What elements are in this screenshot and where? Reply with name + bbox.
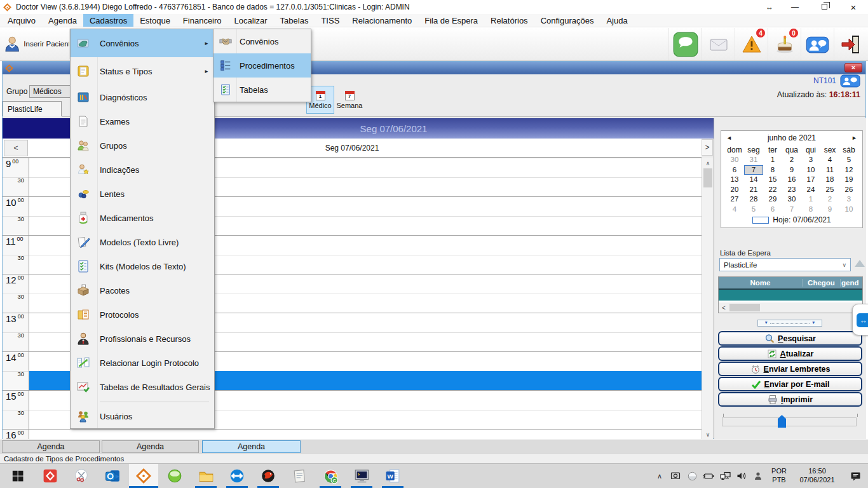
menu-item-tabelas-resultados[interactable]: Tabelas de Resultados Gerais <box>71 375 214 399</box>
calendar-day[interactable]: 14 <box>744 175 763 185</box>
taskbar-app-notepad[interactable] <box>285 464 314 488</box>
alerts-button[interactable]: 4 <box>735 28 768 60</box>
agenda-slot[interactable] <box>29 429 702 440</box>
calendar-day[interactable]: 16 <box>782 175 801 185</box>
calendar-day[interactable]: 6 <box>763 205 782 215</box>
menu-item-status-e-tipos[interactable]: Status e Tipos ► <box>71 57 214 85</box>
volume-icon[interactable] <box>733 464 750 488</box>
calendar-day[interactable]: 8 <box>801 205 820 215</box>
calendar-day[interactable]: 4 <box>820 155 839 165</box>
send-email-button[interactable]: Enviar por E-mail <box>718 377 862 391</box>
calendar-day[interactable]: 13 <box>725 175 744 185</box>
calendar-day[interactable]: 12 <box>839 165 858 175</box>
calendar-day[interactable]: 3 <box>801 155 820 165</box>
menubar-item-cadastros[interactable]: Cadastros <box>83 14 133 27</box>
calendar-day[interactable]: 25 <box>820 185 839 195</box>
menu-item-grupos[interactable]: Grupos <box>71 133 214 158</box>
taskbar-app-console[interactable] <box>347 464 376 488</box>
zoom-slider[interactable] <box>722 417 857 426</box>
calendar-day[interactable]: 7 <box>744 165 763 175</box>
calendar-day[interactable]: 26 <box>839 185 858 195</box>
calendar-day[interactable]: 4 <box>725 205 744 215</box>
calendar-day[interactable]: 10 <box>801 165 820 175</box>
menubar-item-fila-de-espera[interactable]: Fila de Espera <box>418 14 484 27</box>
close-button[interactable]: × <box>839 2 868 13</box>
menu-item-lentes[interactable]: Lentes <box>71 182 214 206</box>
menubar-item-agenda[interactable]: Agenda <box>42 14 83 27</box>
wireless-display-icon[interactable] <box>667 464 684 488</box>
calendar-day[interactable]: 17 <box>801 175 820 185</box>
column-agend[interactable]: gend <box>841 279 862 287</box>
taskbar-app-chrome[interactable]: C <box>316 464 345 488</box>
tray-orb-icon[interactable] <box>684 464 700 488</box>
menu-item-convenios[interactable]: Convênios ► <box>71 29 214 57</box>
menu-item-relacionar-login[interactable]: Relacionar Login Protocolo <box>71 351 214 375</box>
calendar-day[interactable]: 19 <box>839 175 858 185</box>
calendar-day[interactable]: 24 <box>801 185 820 195</box>
calendar-day[interactable]: 5 <box>744 205 763 215</box>
teamviewer-flyout[interactable]: ↔ <box>852 304 868 336</box>
insert-patient-button[interactable]: Inserir Pacient <box>1 29 70 59</box>
calendar-day[interactable]: 9 <box>820 205 839 215</box>
menubar-item-estoque[interactable]: Estoque <box>133 14 177 27</box>
calendar-day[interactable]: 1 <box>801 194 820 205</box>
agenda-vscrollbar[interactable]: ∧ ∨ <box>702 158 713 440</box>
action-center-button[interactable] <box>843 464 868 488</box>
prev-day-button[interactable]: < <box>4 140 28 156</box>
calendar-day[interactable]: 15 <box>763 175 782 185</box>
taskbar-app-doctorview[interactable] <box>129 464 158 488</box>
tray-expand-icon[interactable]: ∧ <box>652 472 667 480</box>
battery-icon[interactable] <box>700 464 717 488</box>
send-reminders-button[interactable]: Enviar Lembretes <box>718 362 862 376</box>
exit-button[interactable] <box>834 28 867 60</box>
calendar-day[interactable]: 20 <box>725 185 744 195</box>
hscroll-thumb[interactable] <box>729 304 760 311</box>
taskbar-app-firebird[interactable] <box>254 464 283 488</box>
minimize-button[interactable]: — <box>780 3 810 11</box>
submenu-item-procedimentos[interactable]: Procedimentos <box>214 53 311 78</box>
calendar-day[interactable]: 5 <box>839 155 858 165</box>
tab-plasticlife[interactable]: PlasticLife <box>3 101 62 116</box>
menubar-item-configurações[interactable]: Configurações <box>534 14 600 27</box>
calendar-day[interactable]: 10 <box>839 205 858 215</box>
mail-button[interactable] <box>702 28 735 60</box>
hscroll-left-icon[interactable]: < <box>719 302 729 313</box>
view-semana-button[interactable]: 7 Semana <box>336 86 363 114</box>
refresh-button[interactable]: Atualizar <box>718 346 862 361</box>
menubar-item-ajuda[interactable]: Ajuda <box>600 14 634 27</box>
menu-item-usuarios[interactable]: Usuários <box>71 404 214 428</box>
next-day-button[interactable]: > <box>702 139 713 156</box>
calendar-day[interactable]: 6 <box>725 165 744 175</box>
calendar-day[interactable]: 18 <box>820 175 839 185</box>
menubar-item-relacionamento[interactable]: Relacionamento <box>346 14 418 27</box>
start-button[interactable] <box>3 464 32 488</box>
menu-item-protocolos[interactable]: Protocolos <box>71 302 214 327</box>
calendar-day[interactable]: 30 <box>782 194 801 205</box>
calendar-day[interactable]: 23 <box>782 185 801 195</box>
menubar-item-tiss[interactable]: TISS <box>315 14 346 27</box>
tab-agenda-3[interactable]: Agenda <box>202 440 301 453</box>
menu-item-pacotes[interactable]: Pacotes <box>71 278 214 302</box>
calendar-day[interactable]: 28 <box>744 194 763 205</box>
taskbar-app-word[interactable]: W <box>378 464 407 488</box>
restore-button[interactable] <box>810 3 839 11</box>
calendar-next-icon[interactable]: ► <box>851 135 857 141</box>
agenda-window-close-button[interactable]: × <box>844 63 862 72</box>
vscroll-thumb[interactable] <box>703 168 712 187</box>
calendar-day[interactable]: 21 <box>744 185 763 195</box>
calendar-day[interactable]: 7 <box>782 205 801 215</box>
calendar-day[interactable]: 2 <box>782 155 801 165</box>
scroll-up-icon[interactable]: ∧ <box>702 158 714 168</box>
birthdays-button[interactable]: 0 <box>768 28 801 60</box>
taskbar-app-outlook[interactable] <box>98 464 127 488</box>
menubar-item-relatórios[interactable]: Relatórios <box>484 14 534 27</box>
contacts-button[interactable] <box>801 28 834 60</box>
calendar-day[interactable]: 2 <box>820 194 839 205</box>
taskbar-app-greenorb[interactable] <box>160 464 189 488</box>
taskbar-clock[interactable]: 16:5007/06/2021 <box>792 467 843 485</box>
menu-item-medicamentos[interactable]: Medicamentos <box>71 206 214 230</box>
user-session-icon[interactable] <box>750 464 766 488</box>
language-indicator[interactable]: PORPTB <box>766 467 792 485</box>
submenu-item-convenios[interactable]: Convênios <box>214 29 311 53</box>
chat-button[interactable] <box>668 28 702 60</box>
